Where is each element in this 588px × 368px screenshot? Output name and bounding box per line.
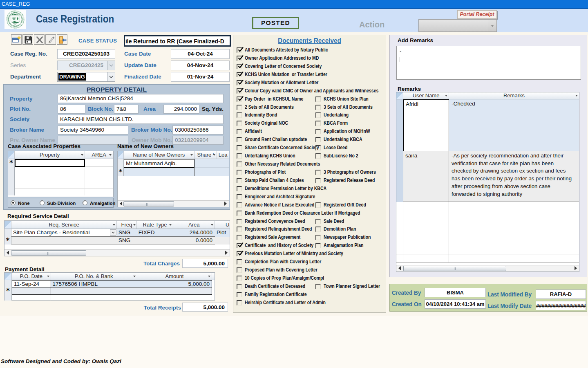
- unchecked-checkbox[interactable]: [237, 145, 242, 150]
- assoc-new-area-cell[interactable]: [85, 159, 113, 167]
- new-record-button[interactable]: [11, 34, 22, 45]
- add-remarks-textarea[interactable]: -: [396, 46, 581, 80]
- service-new-freq[interactable]: SNG: [117, 237, 137, 245]
- payment-col-date[interactable]: P.O. Date: [12, 273, 51, 280]
- unchecked-checkbox[interactable]: [315, 105, 321, 110]
- unchecked-checkbox[interactable]: [237, 235, 242, 240]
- service-hscrollbar[interactable]: [4, 249, 230, 256]
- combo-dropdown-button[interactable]: [110, 229, 116, 236]
- checked-checkbox[interactable]: [237, 251, 242, 256]
- broker-name-field[interactable]: Society 34549960: [58, 126, 128, 135]
- save-button[interactable]: [22, 34, 33, 45]
- owners-col-name[interactable]: Name of New Owners: [124, 151, 195, 159]
- service-col-unit[interactable]: U: [215, 221, 230, 229]
- radio-sub-division[interactable]: [40, 200, 45, 205]
- service-cell-unit[interactable]: Plot: [215, 229, 230, 237]
- unchecked-checkbox[interactable]: [237, 162, 242, 167]
- unchecked-checkbox[interactable]: [237, 170, 242, 175]
- unchecked-checkbox[interactable]: [237, 178, 242, 183]
- new-record-selector[interactable]: *: [4, 237, 11, 245]
- new-record-selector[interactable]: *: [8, 159, 15, 167]
- unchecked-checkbox[interactable]: [237, 211, 242, 216]
- checked-checkbox[interactable]: [237, 80, 242, 85]
- owner-lease-cell[interactable]: [217, 159, 229, 168]
- property-field[interactable]: 86|Karachi Memon CHS|5284: [58, 94, 224, 103]
- remark-user-cell[interactable]: Afridi: [403, 99, 449, 151]
- broker-mob-field[interactable]: 03008250866: [172, 126, 224, 135]
- unchecked-checkbox[interactable]: [315, 129, 321, 134]
- society-field[interactable]: KARACHI MEMON CHS LTD.: [58, 115, 224, 124]
- service-col-reqservice[interactable]: Req. Service: [11, 221, 117, 229]
- area-field[interactable]: 294.0000: [163, 105, 199, 114]
- owner-share-cell[interactable]: [195, 159, 217, 168]
- unchecked-checkbox[interactable]: [237, 267, 242, 273]
- case-date-field[interactable]: 04-Oct-24: [171, 49, 230, 59]
- payment-new-bank[interactable]: [51, 287, 137, 295]
- payment-col-bank[interactable]: P.O. No. & Bank: [51, 273, 137, 280]
- block-no-field[interactable]: 7&8: [114, 105, 139, 114]
- unchecked-checkbox[interactable]: [315, 178, 321, 183]
- update-date-field[interactable]: 04-Nov-24: [171, 61, 230, 70]
- unchecked-checkbox[interactable]: [315, 219, 321, 224]
- unchecked-checkbox[interactable]: [315, 137, 321, 142]
- select-all-cell[interactable]: [396, 92, 403, 99]
- unchecked-checkbox[interactable]: [237, 259, 242, 265]
- unchecked-checkbox[interactable]: [315, 121, 321, 126]
- unchecked-checkbox[interactable]: [315, 145, 321, 150]
- scroll-right-icon[interactable]: [225, 251, 228, 255]
- unchecked-checkbox[interactable]: [237, 129, 242, 134]
- service-cell-area[interactable]: 294.0000: [173, 229, 215, 237]
- checked-checkbox[interactable]: [237, 88, 242, 94]
- service-new-area[interactable]: 0.0000: [173, 237, 215, 245]
- owners-new-name-cell[interactable]: [124, 168, 195, 176]
- unchecked-checkbox[interactable]: [315, 243, 321, 248]
- assoc-col-area[interactable]: AREA: [85, 151, 113, 159]
- unchecked-checkbox[interactable]: [237, 121, 242, 126]
- radio-amalgation[interactable]: [83, 200, 87, 205]
- service-cell-freq[interactable]: SNG: [117, 229, 137, 237]
- case-reg-no-field[interactable]: CREG2024250103: [57, 49, 115, 59]
- owners-col-share[interactable]: Share ': [195, 151, 217, 159]
- case-status-combobox[interactable]: ile Returned to RR (Case Finalized-D: [124, 35, 231, 47]
- select-all-cell[interactable]: [4, 273, 12, 280]
- unchecked-checkbox[interactable]: [237, 105, 242, 110]
- unchecked-checkbox[interactable]: [315, 202, 321, 208]
- service-cell-name[interactable]: Site Plan Charges - Residential: [11, 229, 117, 237]
- unchecked-checkbox[interactable]: [237, 227, 242, 232]
- checked-checkbox[interactable]: [237, 47, 242, 53]
- owners-hscrollbar[interactable]: [118, 200, 229, 207]
- assoc-col-property[interactable]: Property: [15, 151, 85, 159]
- unchecked-checkbox[interactable]: [237, 284, 242, 289]
- unchecked-checkbox[interactable]: [237, 137, 242, 142]
- chevron-down-icon[interactable]: [107, 72, 115, 81]
- exit-button[interactable]: [57, 34, 67, 45]
- owner-name-cell[interactable]: Mr Muhammad Aqib.: [124, 159, 195, 168]
- unchecked-checkbox[interactable]: [237, 300, 242, 305]
- unchecked-checkbox[interactable]: [315, 112, 321, 118]
- select-all-cell[interactable]: [4, 221, 11, 229]
- unchecked-checkbox[interactable]: [237, 202, 242, 208]
- delete-button[interactable]: [34, 34, 45, 45]
- payment-cell-bank[interactable]: 17576506 HMPBL: [51, 280, 137, 287]
- edit-button[interactable]: [45, 34, 56, 45]
- select-all-cell[interactable]: [8, 151, 15, 159]
- new-record-selector[interactable]: *: [118, 168, 124, 176]
- unchecked-checkbox[interactable]: [315, 284, 321, 289]
- checked-checkbox[interactable]: [237, 96, 242, 102]
- unchecked-checkbox[interactable]: [315, 96, 321, 102]
- remarks-col-remarks[interactable]: Remarks: [449, 92, 579, 99]
- checked-checkbox[interactable]: [237, 243, 242, 248]
- service-cell-ratetype[interactable]: FIXED: [137, 229, 174, 237]
- service-col-freq[interactable]: Freq: [117, 221, 137, 229]
- unchecked-checkbox[interactable]: [237, 112, 242, 118]
- unchecked-checkbox[interactable]: [237, 276, 242, 281]
- remarks-hscrollbar[interactable]: [396, 265, 579, 272]
- select-all-cell[interactable]: [118, 151, 124, 159]
- scroll-left-icon[interactable]: [120, 202, 122, 206]
- scroll-right-icon[interactable]: [224, 202, 227, 206]
- radio-none[interactable]: [11, 200, 16, 205]
- checked-checkbox[interactable]: [237, 72, 242, 77]
- unchecked-checkbox[interactable]: [315, 227, 321, 232]
- payment-col-amount[interactable]: Amount: [137, 273, 212, 280]
- checked-checkbox[interactable]: [237, 56, 242, 61]
